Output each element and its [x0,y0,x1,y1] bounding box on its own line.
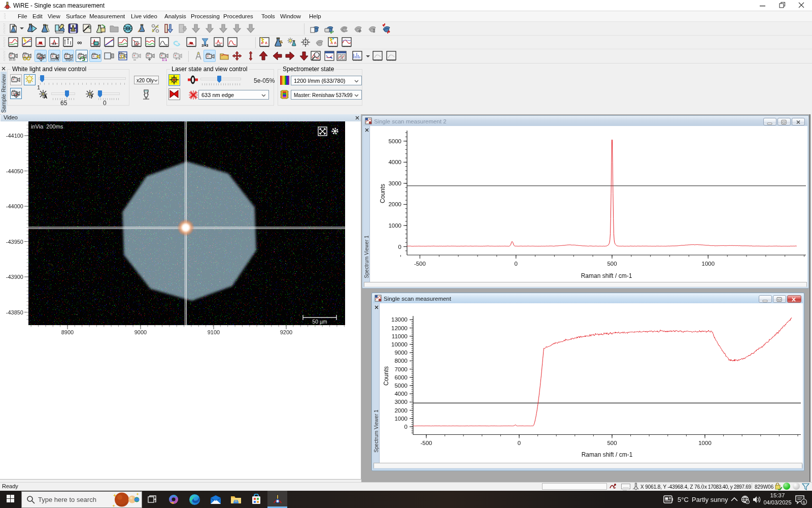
svg-text:6: 6 [802,500,805,505]
svg-text:x20: x20 [145,92,149,94]
svg-text:f: f [91,94,93,99]
svg-text:8900: 8900 [61,329,74,335]
svg-text:1:1: 1:1 [162,58,167,61]
svg-text:-44000: -44000 [6,203,23,209]
svg-text:-43850: -43850 [6,309,23,315]
svg-text:XO/YO: XO/YO [50,58,59,61]
svg-text:∞: ∞ [77,39,82,46]
svg-text:3×3: 3×3 [201,43,209,47]
svg-text:-43950: -43950 [6,239,23,245]
svg-text:inVia 200ms: inVia 200ms [31,123,63,130]
svg-text:-43900: -43900 [6,274,23,280]
svg-text:A: A [44,94,47,99]
svg-text:δ: δ [136,42,138,46]
svg-text:9200: 9200 [280,329,292,335]
svg-text:10µm: 10µm [65,58,73,61]
svg-text:9000: 9000 [134,329,147,335]
svg-text:-44050: -44050 [6,168,23,174]
svg-text:ss: ss [52,42,56,45]
svg-text:9100: 9100 [208,329,220,335]
svg-text:(0,0): (0,0) [9,58,15,61]
svg-text:-44100: -44100 [6,133,23,139]
svg-text:50 µm: 50 µm [312,319,327,325]
